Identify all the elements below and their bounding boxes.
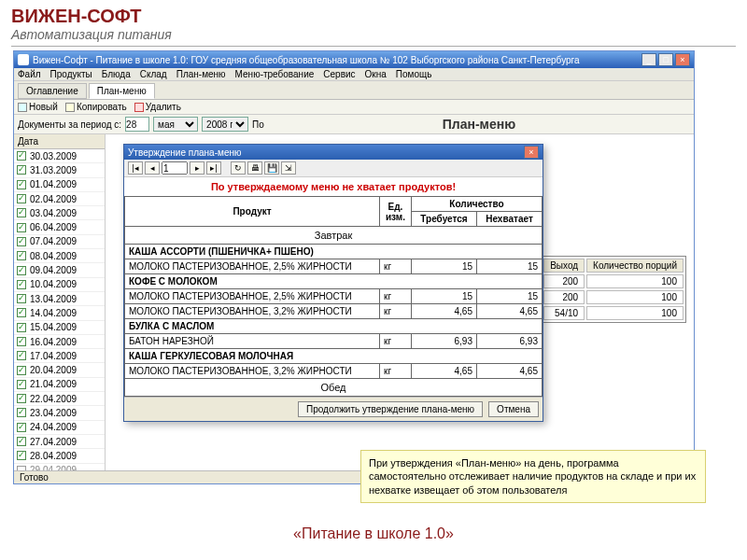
modal-close-button[interactable]: × xyxy=(524,146,539,159)
date-header: Дата xyxy=(14,134,105,149)
print-button[interactable]: 🖶 xyxy=(247,161,262,175)
date-row[interactable]: 22.04.2009 xyxy=(14,392,105,406)
date-row[interactable]: 23.04.2009 xyxy=(14,406,105,420)
menu-item[interactable]: Склад xyxy=(140,69,167,79)
filter-month[interactable]: мая xyxy=(153,117,198,132)
filter-year[interactable]: 2008 г. xyxy=(202,117,248,132)
date-row[interactable]: 30.03.2009 xyxy=(14,149,105,163)
date-row[interactable]: 20.04.2009 xyxy=(14,363,105,377)
annotation-note: При утверждения «План-меню» на день, про… xyxy=(360,450,706,503)
check-icon xyxy=(17,451,26,460)
group-row: КАША ГЕРКУЛЕСОВАЯ МОЛОЧНАЯ xyxy=(125,349,543,364)
date-row-new[interactable]: 29.04.2009 xyxy=(14,464,105,470)
check-icon xyxy=(17,208,26,217)
filter-label: Документы за период с: xyxy=(18,119,121,130)
menu-item[interactable]: Помощь xyxy=(396,69,432,79)
check-icon xyxy=(17,194,26,203)
col-quantity: Количество xyxy=(412,197,543,212)
copy-button[interactable]: Копировать xyxy=(65,102,127,112)
group-row: КОФЕ С МОЛОКОМ xyxy=(125,274,543,289)
date-row[interactable]: 13.04.2009 xyxy=(14,292,105,306)
menu-item[interactable]: Меню-требование xyxy=(235,69,315,79)
new-button[interactable]: Новый xyxy=(18,102,58,112)
col-product: Продукт xyxy=(125,197,380,227)
app-header: ВИЖЕН-СОФТ Автоматизация питания xyxy=(0,0,747,44)
menu-item[interactable]: План-меню xyxy=(176,69,226,79)
header-divider xyxy=(11,46,736,47)
nav-prev-button[interactable]: ◂ xyxy=(145,161,160,175)
warning-message: По утверждаемому меню не хватает продукт… xyxy=(124,177,543,196)
check-icon xyxy=(17,237,26,246)
nav-next-button[interactable]: ▸ xyxy=(190,161,204,175)
date-row[interactable]: 03.04.2009 xyxy=(14,206,105,220)
menu-item[interactable]: Блюда xyxy=(102,69,131,79)
date-row[interactable]: 01.04.2009 xyxy=(14,178,105,192)
date-row[interactable]: 24.04.2009 xyxy=(14,421,105,435)
date-row[interactable]: 15.04.2009 xyxy=(14,321,105,335)
check-icon xyxy=(17,323,26,332)
check-icon xyxy=(17,280,26,289)
product-row: МОЛОКО ПАСТЕРИЗОВАННОЕ, 3,2% ЖИРНОСТИкг4… xyxy=(125,304,543,319)
check-icon xyxy=(17,366,26,375)
date-row[interactable]: 31.03.2009 xyxy=(14,163,105,177)
close-button[interactable]: × xyxy=(675,53,690,66)
footer-title: «Питание в школе 1.0» xyxy=(0,525,747,542)
maximize-button[interactable]: □ xyxy=(658,53,673,66)
date-row[interactable]: 02.04.2009 xyxy=(14,192,105,206)
date-row[interactable]: 17.04.2009 xyxy=(14,349,105,363)
toolbar: Новый Копировать Удалить xyxy=(14,100,694,115)
date-row[interactable]: 14.04.2009 xyxy=(14,306,105,320)
menu-item[interactable]: Сервис xyxy=(323,69,355,79)
nav-page-input[interactable] xyxy=(162,161,188,175)
check-icon xyxy=(17,437,26,446)
side-col-out: Выход xyxy=(543,259,585,273)
date-row[interactable]: 10.04.2009 xyxy=(14,278,105,292)
tabs: ОглавлениеПлан-меню xyxy=(14,81,694,100)
check-icon xyxy=(17,151,26,161)
check-icon xyxy=(17,180,26,189)
titlebar[interactable]: Вижен-Софт - Питание в школе 1.0: ГОУ ср… xyxy=(14,51,694,68)
menu-item[interactable]: Файл xyxy=(18,69,41,79)
check-icon xyxy=(17,466,26,470)
window-title: Вижен-Софт - Питание в школе 1.0: ГОУ ср… xyxy=(33,55,640,65)
tab[interactable]: Оглавление xyxy=(18,83,87,99)
continue-button[interactable]: Продолжить утверждение плана-меню xyxy=(298,401,483,417)
date-row[interactable]: 27.04.2009 xyxy=(14,435,105,449)
filter-bar: Документы за период с: мая 2008 г. По Пл… xyxy=(14,115,694,134)
nav-last-button[interactable]: ▸| xyxy=(206,161,221,175)
modal-title: Утверждение плана-меню xyxy=(128,147,522,158)
filter-to: По xyxy=(252,119,264,130)
date-row[interactable]: 07.04.2009 xyxy=(14,235,105,249)
check-icon xyxy=(17,408,26,417)
date-row[interactable]: 08.04.2009 xyxy=(14,249,105,263)
table-row: 54/10100 xyxy=(543,306,684,320)
check-icon xyxy=(17,351,26,360)
menu-item[interactable]: Продукты xyxy=(50,69,92,79)
date-row[interactable]: 06.04.2009 xyxy=(14,220,105,234)
date-row[interactable]: 16.04.2009 xyxy=(14,335,105,349)
refresh-button[interactable]: ↻ xyxy=(231,161,246,175)
group-row: БУЛКА С МАСЛОМ xyxy=(125,319,543,334)
section-row: Обед xyxy=(125,379,543,397)
modal-titlebar[interactable]: Утверждение плана-меню × xyxy=(124,145,543,160)
check-icon xyxy=(17,294,26,303)
export-button[interactable]: ⇲ xyxy=(281,161,296,175)
save-button[interactable]: 💾 xyxy=(264,161,279,175)
check-icon xyxy=(17,423,26,432)
filter-day[interactable] xyxy=(125,117,149,132)
date-row[interactable]: 21.04.2009 xyxy=(14,378,105,392)
tab[interactable]: План-меню xyxy=(89,83,155,99)
date-row[interactable]: 09.04.2009 xyxy=(14,263,105,277)
date-row[interactable]: 28.04.2009 xyxy=(14,449,105,463)
cancel-button[interactable]: Отмена xyxy=(488,401,539,417)
modal-toolbar: |◂ ◂ ▸ ▸| ↻ 🖶 💾 ⇲ xyxy=(124,160,543,177)
nav-first-button[interactable]: |◂ xyxy=(128,161,143,175)
modal-footer: Продолжить утверждение плана-меню Отмена xyxy=(124,397,543,421)
side-col-qty: Количество порций xyxy=(586,259,684,273)
delete-button[interactable]: Удалить xyxy=(134,102,181,112)
table-row: 200100 xyxy=(543,290,684,304)
group-row: КАША АССОРТИ (ПШЕНИЧКА+ ПШЕНО) xyxy=(125,245,543,259)
table-row: 200100 xyxy=(543,274,684,288)
menu-item[interactable]: Окна xyxy=(365,69,387,79)
minimize-button[interactable]: _ xyxy=(641,53,656,66)
